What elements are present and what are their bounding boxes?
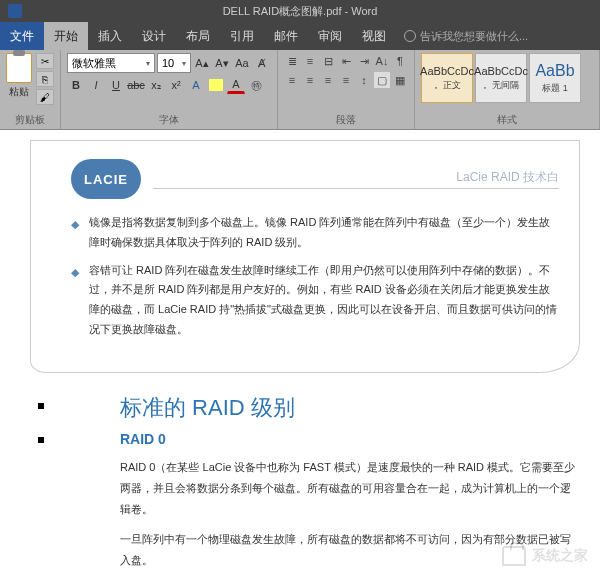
bullet-icon <box>38 403 44 409</box>
tab-file[interactable]: 文件 <box>0 22 44 50</box>
tab-layout[interactable]: 布局 <box>176 22 220 50</box>
group-font: 微软雅黑▾ 10▾ A▴ A▾ Aa A̸ B I U abc x₂ x² A … <box>61 50 278 129</box>
group-label-clipboard: 剪贴板 <box>6 111 54 129</box>
tab-mailings[interactable]: 邮件 <box>264 22 308 50</box>
tab-design[interactable]: 设计 <box>132 22 176 50</box>
italic-button[interactable]: I <box>87 76 105 94</box>
paste-button[interactable]: 粘贴 <box>6 53 32 99</box>
tab-view[interactable]: 视图 <box>352 22 396 50</box>
paragraph-1: 镜像是指将数据复制到多个磁盘上。镜像 RAID 阵列通常能在阵列中有磁盘（至少一… <box>89 213 559 253</box>
align-left-icon[interactable]: ≡ <box>284 72 300 88</box>
strike-button[interactable]: abc <box>127 76 145 94</box>
style-gallery: AaBbCcDc 。正文 AaBbCcDc 。无间隔 AaBb 标题 1 <box>421 53 593 103</box>
superscript-button[interactable]: x² <box>167 76 185 94</box>
header-text: LaCie RAID 技术白 <box>153 169 559 189</box>
document-title: DELL RAID概念图解.pdf - Word <box>223 4 378 19</box>
multilevel-icon[interactable]: ⊟ <box>320 53 336 69</box>
font-color-button[interactable]: A <box>227 76 245 94</box>
ribbon: 粘贴 ✂ ⎘ 🖌 剪贴板 微软雅黑▾ 10▾ A▴ A▾ Aa A̸ B I U <box>0 50 600 130</box>
tab-insert[interactable]: 插入 <box>88 22 132 50</box>
inc-indent-icon[interactable]: ⇥ <box>356 53 372 69</box>
borders-icon[interactable]: ▦ <box>392 72 408 88</box>
change-case-icon[interactable]: Aa <box>233 54 251 72</box>
subscript-button[interactable]: x₂ <box>147 76 165 94</box>
clipboard-icon <box>6 53 32 83</box>
font-name-combo[interactable]: 微软雅黑▾ <box>67 53 155 73</box>
show-marks-icon[interactable]: ¶ <box>392 53 408 69</box>
group-styles: AaBbCcDc 。正文 AaBbCcDc 。无间隔 AaBb 标题 1 样式 <box>415 50 600 129</box>
paragraph-3: RAID 0（在某些 LaCie 设备中也称为 FAST 模式）是速度最快的一种… <box>120 457 580 520</box>
diamond-bullet-icon: ◆ <box>71 215 79 253</box>
style-heading1[interactable]: AaBb 标题 1 <box>529 53 581 103</box>
shrink-font-icon[interactable]: A▾ <box>213 54 231 72</box>
house-icon <box>502 546 526 566</box>
tab-home[interactable]: 开始 <box>44 22 88 50</box>
heading-2: RAID 0 <box>120 431 580 447</box>
document-area[interactable]: LACIE LaCie RAID 技术白 ◆ 镜像是指将数据复制到多个磁盘上。镜… <box>0 130 600 574</box>
font-size-combo[interactable]: 10▾ <box>157 53 191 73</box>
shading-icon[interactable]: ▢ <box>374 72 390 88</box>
justify-icon[interactable]: ≡ <box>338 72 354 88</box>
group-paragraph: ≣ ≡ ⊟ ⇤ ⇥ A↓ ¶ ≡ ≡ ≡ ≡ ↕ ▢ ▦ 段落 <box>278 50 415 129</box>
line-spacing-icon[interactable]: ↕ <box>356 72 372 88</box>
diamond-bullet-icon: ◆ <box>71 263 79 340</box>
group-label-styles: 样式 <box>421 111 593 129</box>
watermark: 系统之家 <box>502 546 588 566</box>
dec-indent-icon[interactable]: ⇤ <box>338 53 354 69</box>
highlight-button[interactable] <box>207 76 225 94</box>
paragraph-2: 容错可让 RAID 阵列在磁盘发生故障时继续工作（即用户仍然可以使用阵列中存储的… <box>89 261 559 340</box>
lacie-logo: LACIE <box>71 159 141 199</box>
tab-references[interactable]: 引用 <box>220 22 264 50</box>
group-clipboard: 粘贴 ✂ ⎘ 🖌 剪贴板 <box>0 50 61 129</box>
menu-bar: 文件 开始 插入 设计 布局 引用 邮件 审阅 视图 告诉我您想要做什么... <box>0 22 600 50</box>
title-bar: DELL RAID概念图解.pdf - Word <box>0 0 600 22</box>
bullet-icon <box>38 437 44 443</box>
bullets-icon[interactable]: ≣ <box>284 53 300 69</box>
enclose-char-icon[interactable]: ㊕ <box>247 76 265 94</box>
tab-review[interactable]: 审阅 <box>308 22 352 50</box>
group-label-font: 字体 <box>67 111 271 129</box>
heading-1: 标准的 RAID 级别 <box>120 393 580 423</box>
lightbulb-icon <box>404 30 416 42</box>
numbering-icon[interactable]: ≡ <box>302 53 318 69</box>
style-normal[interactable]: AaBbCcDc 。正文 <box>421 53 473 103</box>
tell-me-search[interactable]: 告诉我您想要做什么... <box>404 22 528 50</box>
format-painter-button[interactable]: 🖌 <box>36 89 54 105</box>
sort-icon[interactable]: A↓ <box>374 53 390 69</box>
align-center-icon[interactable]: ≡ <box>302 72 318 88</box>
cut-button[interactable]: ✂ <box>36 53 54 69</box>
style-no-spacing[interactable]: AaBbCcDc 。无间隔 <box>475 53 527 103</box>
group-label-paragraph: 段落 <box>284 111 408 129</box>
text-effects-icon[interactable]: A <box>187 76 205 94</box>
clear-format-icon[interactable]: A̸ <box>253 54 271 72</box>
underline-button[interactable]: U <box>107 76 125 94</box>
align-right-icon[interactable]: ≡ <box>320 72 336 88</box>
page: LACIE LaCie RAID 技术白 ◆ 镜像是指将数据复制到多个磁盘上。镜… <box>30 140 580 373</box>
bold-button[interactable]: B <box>67 76 85 94</box>
copy-button[interactable]: ⎘ <box>36 71 54 87</box>
grow-font-icon[interactable]: A▴ <box>193 54 211 72</box>
